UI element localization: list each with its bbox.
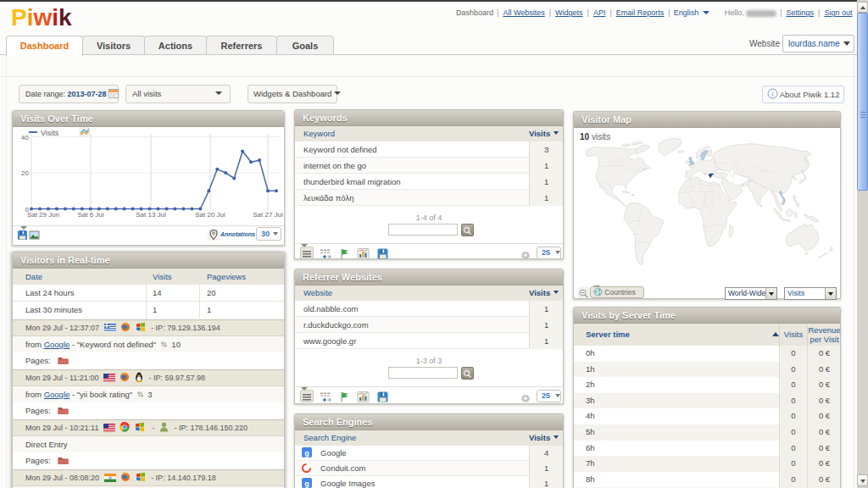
svg-text:Sat 6 Jul: Sat 6 Jul	[77, 211, 103, 219]
svg-text:Sat 27 Jul: Sat 27 Jul	[253, 211, 283, 219]
svg-text:40: 40	[21, 134, 29, 141]
svg-text:i: i	[771, 90, 774, 98]
svg-text:Sat 29 Jun: Sat 29 Jun	[27, 211, 59, 219]
svg-text:20: 20	[21, 169, 29, 177]
svg-text:Sat 13 Jul: Sat 13 Jul	[136, 211, 166, 219]
svg-text:Sat 20 Jul: Sat 20 Jul	[195, 211, 225, 219]
svg-text:Visits: Visits	[41, 129, 59, 137]
svg-text:g: g	[304, 449, 309, 458]
svg-text:g: g	[304, 480, 309, 488]
